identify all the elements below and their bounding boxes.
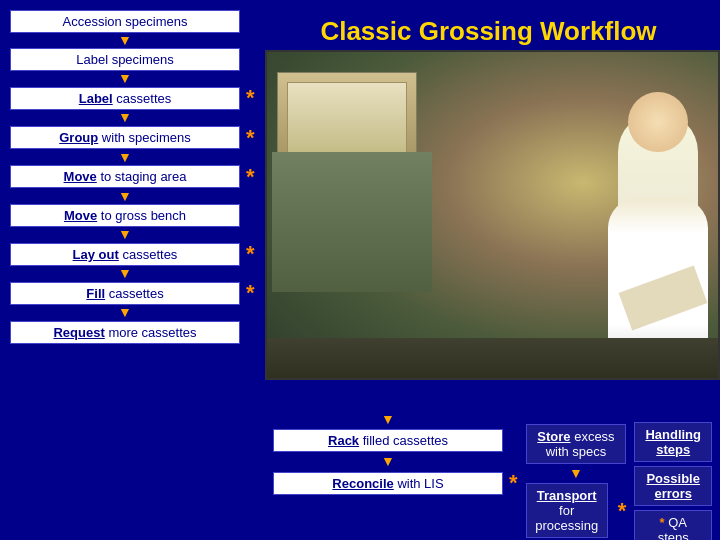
- lab-photo: [265, 50, 720, 380]
- arrow-6: ▼: [10, 229, 240, 240]
- arrow-7: ▼: [10, 268, 240, 279]
- asterisk-layout: *: [246, 241, 255, 267]
- reconcile-prefix: Reconcile: [332, 476, 393, 491]
- group-prefix: Group: [59, 130, 98, 145]
- asterisk-label-cassettes: *: [246, 85, 255, 111]
- possible-text: Possible errors: [646, 471, 699, 501]
- bottom-section: ▼ Rack filled cassettes ▼ Reconcile with…: [265, 410, 720, 540]
- move-gross-prefix: Move: [64, 208, 97, 223]
- label-specimens-prefix: Label: [76, 52, 108, 67]
- left-column: Accession specimens ▼ Label specimens ▼ …: [0, 0, 265, 540]
- step-move-staging: Move to staging area: [10, 165, 240, 188]
- step-move-gross-row: Move to gross bench: [10, 203, 255, 228]
- step-label-cassettes: Label cassettes: [10, 87, 240, 110]
- step-group: Group with specimens: [10, 126, 240, 149]
- arrow-5: ▼: [10, 191, 240, 202]
- asterisk-transport: *: [618, 498, 627, 524]
- group-suffix: with specimens: [98, 130, 190, 145]
- page-title: Classic Grossing Workflow: [265, 8, 712, 51]
- store-box: Store excess with specs: [526, 424, 627, 464]
- step-layout: Lay out cassettes: [10, 243, 240, 266]
- legend-possible: Possible errors: [634, 466, 712, 506]
- reconcile-row: Reconcile with LIS *: [273, 470, 518, 496]
- arrow-reconcile: ▼: [273, 456, 503, 467]
- reconcile-suffix: with LIS: [394, 476, 444, 491]
- arrow-transport: ▼: [526, 468, 627, 479]
- main-container: Accession specimens ▼ Label specimens ▼ …: [0, 0, 720, 540]
- transport-prefix: Transport: [537, 488, 597, 503]
- request-suffix: more cassettes: [105, 325, 197, 340]
- asterisk-move-staging: *: [246, 164, 255, 190]
- step-fill-row: Fill cassettes *: [10, 280, 255, 306]
- step-request: Request more cassettes: [10, 321, 240, 344]
- arrow-3: ▼: [10, 112, 240, 123]
- arrow-1: ▼: [10, 35, 240, 46]
- asterisk-reconcile: *: [509, 470, 518, 496]
- legend-qa: * QA steps: [634, 510, 712, 540]
- layout-prefix: Lay out: [73, 247, 119, 262]
- fill-suffix: cassettes: [105, 286, 164, 301]
- legend-area: Handling steps Possible errors * QA step…: [634, 414, 712, 540]
- fill-prefix: Fill: [86, 286, 105, 301]
- asterisk-group: *: [246, 125, 255, 151]
- asterisk-fill: *: [246, 280, 255, 306]
- arrow-8: ▼: [10, 307, 240, 318]
- label-cassettes-prefix: Label: [79, 91, 113, 106]
- transport-suffix: for processing: [535, 503, 598, 533]
- photo-background: [267, 52, 718, 378]
- move-staging-prefix: Move: [64, 169, 97, 184]
- label-specimens-suffix: specimens: [108, 52, 174, 67]
- transport-row: Transport for processing *: [526, 483, 627, 538]
- arrow-2: ▼: [10, 73, 240, 84]
- rack-suffix: filled cassettes: [359, 433, 448, 448]
- move-staging-suffix: to staging area: [97, 169, 187, 184]
- right-column: Classic Grossing Workflow ▼: [265, 0, 720, 540]
- legend-handling: Handling steps: [634, 422, 712, 462]
- step-label-specimens: Label specimens: [10, 48, 240, 71]
- layout-suffix: cassettes: [119, 247, 178, 262]
- step-rack: Rack filled cassettes: [273, 429, 503, 452]
- request-prefix: Request: [53, 325, 104, 340]
- rack-row: Rack filled cassettes: [273, 428, 518, 453]
- qa-asterisk: *: [659, 515, 664, 530]
- step-reconcile: Reconcile with LIS: [273, 472, 503, 495]
- arrow-rack: ▼: [273, 414, 503, 425]
- step-accession-suffix: specimens: [122, 14, 188, 29]
- step-group-row: Group with specimens *: [10, 125, 255, 151]
- step-request-row: Request more cassettes: [10, 320, 255, 345]
- step-label-specimens-row: Label specimens: [10, 47, 255, 72]
- bottom-middle: Store excess with specs ▼ Transport for …: [526, 414, 627, 538]
- step-accession-prefix: Accession: [63, 14, 122, 29]
- step-label-cassettes-row: Label cassettes *: [10, 85, 255, 111]
- move-gross-suffix: to gross bench: [97, 208, 186, 223]
- store-prefix: Store: [537, 429, 570, 444]
- label-cassettes-suffix: cassettes: [113, 91, 172, 106]
- arrow-4: ▼: [10, 152, 240, 163]
- step-move-gross: Move to gross bench: [10, 204, 240, 227]
- handling-text: Handling steps: [645, 427, 701, 457]
- step-layout-row: Lay out cassettes *: [10, 241, 255, 267]
- title-text: Classic Grossing Workflow: [320, 16, 656, 46]
- step-accession-row: Accession specimens: [10, 9, 255, 34]
- step-accession: Accession specimens: [10, 10, 240, 33]
- step-move-staging-row: Move to staging area *: [10, 164, 255, 190]
- step-fill: Fill cassettes: [10, 282, 240, 305]
- transport-box: Transport for processing: [526, 483, 608, 538]
- rack-prefix: Rack: [328, 433, 359, 448]
- bottom-left: ▼ Rack filled cassettes ▼ Reconcile with…: [273, 414, 518, 497]
